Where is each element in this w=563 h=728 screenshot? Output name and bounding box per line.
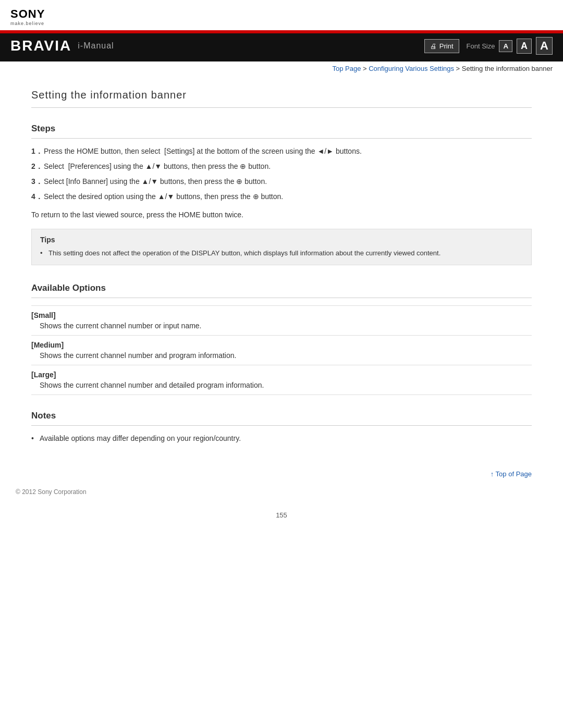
page-title: Setting the information banner [31, 81, 532, 108]
step-3-num: 3． [31, 176, 44, 187]
step-1-text: Press the HOME button, then select [Sett… [44, 146, 362, 157]
step-2-text: Select [Preferences] using the ▲/▼ butto… [44, 161, 271, 172]
header-red-accent [0, 30, 563, 33]
bravia-brand: BRAVIA [10, 38, 71, 54]
imanual-label: i-Manual [78, 41, 114, 51]
option-medium-desc: Shows the current channel number and pro… [31, 351, 532, 360]
font-small-button[interactable]: A [499, 40, 512, 52]
option-large-desc: Shows the current channel number and det… [31, 381, 532, 389]
steps-list: 1． Press the HOME button, then select [S… [31, 146, 532, 202]
step-1: 1． Press the HOME button, then select [S… [31, 146, 532, 157]
option-small-name: [Small] [31, 311, 532, 319]
step-4-num: 4． [31, 191, 44, 202]
step-2-num: 2． [31, 161, 44, 172]
header-bar: BRAVIA i-Manual 🖨 Print Font Size A A A [0, 30, 563, 61]
page-number: 155 [0, 506, 563, 529]
print-icon: 🖨 [430, 42, 437, 50]
tips-box: Tips This setting does not affect the op… [31, 229, 532, 265]
sony-logo-area: SONY make.believe [0, 0, 563, 30]
font-medium-button[interactable]: A [517, 39, 532, 54]
breadcrumb-current: Setting the information banner [462, 65, 553, 72]
font-size-label: Font Size [467, 42, 495, 50]
sony-logo: SONY [10, 7, 553, 21]
print-button[interactable]: 🖨 Print [424, 39, 459, 53]
breadcrumb-sep2: > [454, 65, 462, 72]
breadcrumb-sep1: > [361, 65, 369, 72]
tips-list: This setting does not affect the operati… [40, 248, 523, 258]
available-options-heading: Available Options [31, 278, 532, 298]
steps-heading: Steps [31, 118, 532, 139]
option-small: [Small] Shows the current channel number… [31, 305, 532, 335]
top-of-page-area: ↑ Top of Page [0, 460, 563, 483]
breadcrumb-configuring[interactable]: Configuring Various Settings [369, 65, 454, 72]
step-1-num: 1． [31, 146, 44, 157]
tips-heading: Tips [40, 236, 523, 244]
print-label: Print [439, 42, 454, 50]
step-2: 2． Select [Preferences] using the ▲/▼ bu… [31, 161, 532, 172]
option-medium: [Medium] Shows the current channel numbe… [31, 335, 532, 365]
step-4: 4． Select the desired option using the ▲… [31, 191, 532, 202]
step-3-text: Select [Info Banner] using the ▲/▼ butto… [44, 176, 267, 187]
option-medium-name: [Medium] [31, 341, 532, 349]
breadcrumb: Top Page > Configuring Various Settings … [0, 61, 563, 76]
notes-list: Available options may differ depending o… [31, 433, 532, 444]
note-item-1: Available options may differ depending o… [31, 433, 532, 444]
step-3: 3． Select [Info Banner] using the ▲/▼ bu… [31, 176, 532, 187]
header-controls: 🖨 Print Font Size A A A [424, 37, 563, 55]
notes-section: Notes Available options may differ depen… [31, 405, 532, 444]
bravia-logo-area: BRAVIA i-Manual [0, 38, 125, 54]
available-options-section: Available Options [Small] Shows the curr… [31, 278, 532, 395]
return-note: To return to the last viewed source, pre… [31, 209, 532, 220]
notes-heading: Notes [31, 405, 532, 426]
tip-item-1: This setting does not affect the operati… [40, 248, 523, 258]
copyright: © 2012 Sony Corporation [16, 488, 87, 496]
sony-tagline: make.believe [10, 21, 553, 26]
option-large-name: [Large] [31, 371, 532, 379]
step-4-text: Select the desired option using the ▲/▼ … [44, 191, 283, 202]
option-small-desc: Shows the current channel number or inpu… [31, 322, 532, 330]
breadcrumb-top-page[interactable]: Top Page [332, 65, 361, 72]
main-content: Setting the information banner Steps 1． … [0, 76, 563, 460]
top-of-page-link[interactable]: ↑ Top of Page [491, 470, 532, 478]
option-large: [Large] Shows the current channel number… [31, 365, 532, 395]
font-large-button[interactable]: A [536, 37, 553, 55]
footer: © 2012 Sony Corporation [0, 483, 563, 506]
